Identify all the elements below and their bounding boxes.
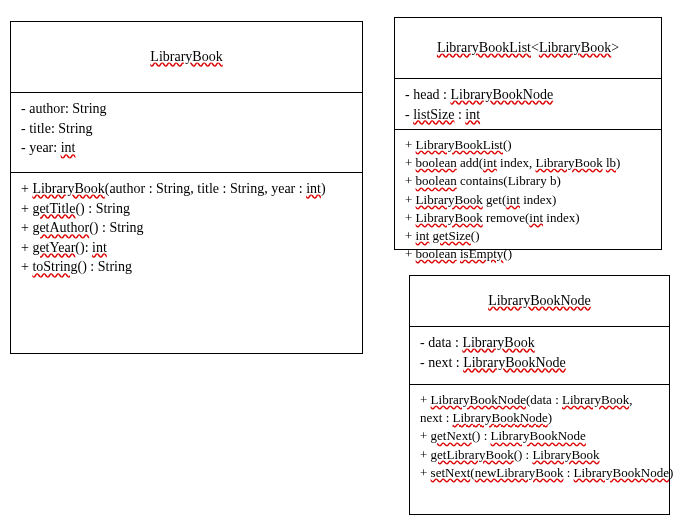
operation-row: + getNext() : LibraryBookNode — [420, 427, 659, 445]
class-box-librarybooklist: LibraryBookList<LibraryBook> - head : Li… — [394, 17, 662, 250]
operation-row: + LibraryBookList() — [405, 136, 651, 154]
operation-row: + LibraryBook get(int index) — [405, 191, 651, 209]
attributes-section: - head : LibraryBookNode - listSize : in… — [395, 78, 661, 129]
attributes-section: - data : LibraryBook - next : LibraryBoo… — [410, 326, 669, 384]
operations-section: + LibraryBook(author : String, title : S… — [11, 172, 362, 353]
class-title-section: LibraryBookNode — [410, 276, 669, 326]
operation-row: + getYear(): int — [21, 238, 352, 258]
class-box-librarybook: LibraryBook - author: String - title: St… — [10, 21, 363, 354]
class-box-librarybooknode: LibraryBookNode - data : LibraryBook - n… — [409, 275, 670, 515]
operation-row: + setNext(newLibraryBook : LibraryBookNo… — [420, 464, 659, 482]
operation-row: + toString() : String — [21, 257, 352, 277]
operation-row: + boolean isEmpty() — [405, 245, 651, 263]
attributes-section: - author: String - title: String - year:… — [11, 92, 362, 172]
operation-row: + getAuthor() : String — [21, 218, 352, 238]
attribute-row: - title: String — [21, 119, 352, 139]
operation-row: + LibraryBook remove(int index) — [405, 209, 651, 227]
operations-section: + LibraryBookNode(data : LibraryBook, ne… — [410, 384, 669, 488]
attribute-row: - listSize : int — [405, 105, 651, 125]
operation-row: + int getSize() — [405, 227, 651, 245]
class-title-section: LibraryBook — [11, 22, 362, 92]
attribute-row: - head : LibraryBookNode — [405, 85, 651, 105]
operation-row: + boolean contains(Library b) — [405, 172, 651, 190]
operation-row: + getLibraryBook() : LibraryBook — [420, 446, 659, 464]
operation-row: + boolean add(int index, LibraryBook lb) — [405, 154, 651, 172]
class-title: LibraryBookNode — [488, 293, 591, 309]
class-title: LibraryBookList<LibraryBook> — [437, 40, 619, 56]
attribute-row: - next : LibraryBookNode — [420, 353, 659, 373]
operation-row: + getTitle() : String — [21, 199, 352, 219]
operation-row: + LibraryBookNode(data : LibraryBook, — [420, 391, 659, 409]
attribute-row: - author: String — [21, 99, 352, 119]
operation-row: next : LibraryBookNode) — [420, 409, 659, 427]
attribute-row: - data : LibraryBook — [420, 333, 659, 353]
attribute-row: - year: int — [21, 138, 352, 158]
class-title: LibraryBook — [150, 49, 222, 65]
operation-row: + LibraryBook(author : String, title : S… — [21, 179, 352, 199]
operations-section: + LibraryBookList() + boolean add(int in… — [395, 129, 661, 249]
class-title-section: LibraryBookList<LibraryBook> — [395, 18, 661, 78]
